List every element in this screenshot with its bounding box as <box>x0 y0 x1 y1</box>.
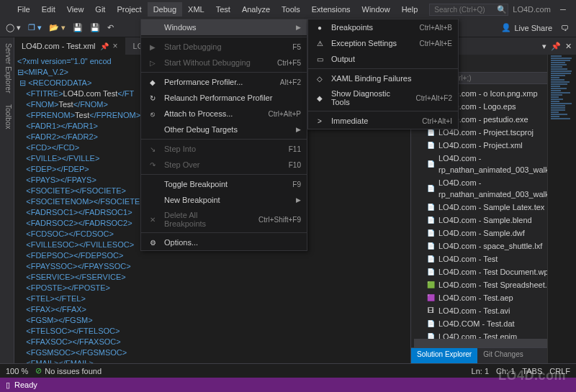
zoom-level[interactable]: 100 % <box>6 367 28 375</box>
file-name: LO4D.com - Sample.dwf <box>438 227 525 239</box>
file-icon: 📄 <box>426 202 436 212</box>
menu-analyze[interactable]: Analyze <box>236 2 276 17</box>
menu-item-new-breakpoint[interactable]: New Breakpoint ▶ <box>141 192 307 208</box>
menu-item-label: Other Debug Targets <box>164 125 290 134</box>
title-bar: FileEditViewGitProjectDebugXMLTestAnalyz… <box>0 0 576 19</box>
menu-item-step-into: ↘ Step Into F11 <box>141 141 307 157</box>
menu-item-options-[interactable]: ⚙ Options... <box>141 234 307 250</box>
menu-item-toggle-breakpoint[interactable]: Toggle Breakpoint F9 <box>141 176 307 192</box>
submenu-item-show-diagnostic-tools[interactable]: ◆ Show Diagnostic Tools Ctrl+Alt+F2 <box>308 86 458 109</box>
save-all-button[interactable]: 💾 <box>87 22 103 34</box>
tab-close-icon[interactable]: × <box>113 41 118 51</box>
file-name: LO4D.com - Test.avi <box>438 305 510 316</box>
menu-item-icon: ⚠ <box>314 40 325 47</box>
menu-item-other-debug-targets[interactable]: Other Debug Targets ▶ <box>141 122 307 137</box>
menu-help[interactable]: Help <box>396 2 424 17</box>
menu-tools[interactable]: Tools <box>276 2 306 17</box>
submenu-item-xaml-binding-failures[interactable]: ◇ XAML Binding Failures <box>308 70 458 86</box>
file-icon: 🟩 <box>426 280 436 290</box>
file-icon: 📄 <box>426 254 436 264</box>
menu-item-label: Start Without Debugging <box>164 58 257 67</box>
code-line[interactable]: <FSERVICE></FSERVICE> <box>17 272 410 283</box>
pin-icon[interactable]: 📌 <box>100 42 109 50</box>
menu-item-relaunch-performance-profiler[interactable]: ↻ Relaunch Performance Profiler <box>141 90 307 106</box>
menu-item-label: Show Diagnostic Tools <box>331 89 395 106</box>
menu-view[interactable]: View <box>61 2 90 17</box>
code-line[interactable]: <FDEPSOC></FDEPSOC> <box>17 250 410 261</box>
menu-window[interactable]: Window <box>356 2 396 17</box>
code-line[interactable]: <FMAIL></FMAIL> <box>17 358 410 363</box>
menu-item-label: New Breakpoint <box>164 196 290 204</box>
left-side-tabs: Server ExplorerToolbox <box>0 37 14 363</box>
submenu-item-immediate[interactable]: > Immediate Ctrl+Alt+I <box>308 113 458 129</box>
menu-project[interactable]: Project <box>111 2 147 17</box>
menu-item-start-without-debugging: ▷ Start Without Debugging Ctrl+F5 <box>141 55 307 70</box>
panel-dropdown-icon[interactable]: ▾ <box>542 42 546 51</box>
open-button[interactable]: 📂 ▾ <box>46 22 68 34</box>
menu-item-attach-to-process-[interactable]: ⎋ Attach to Process... Ctrl+Alt+P <box>141 106 307 122</box>
debug-menu-dropdown: Windows ▶▶ Start Debugging F5 ▷ Start Wi… <box>140 19 307 251</box>
menu-extensions[interactable]: Extensions <box>306 2 356 17</box>
menu-item-shortcut: F9 <box>292 181 301 188</box>
code-line[interactable]: <FFAXSOC></FFAXSOC> <box>17 337 410 347</box>
code-line[interactable]: <FTEL></FTEL> <box>17 293 410 304</box>
minimap[interactable] <box>547 55 576 363</box>
menu-item-label: Attach to Process... <box>164 109 248 118</box>
menu-item-icon: ◆ <box>147 78 158 86</box>
file-name: LO4D.com - Test <box>438 253 498 265</box>
panel-tab-git-changes[interactable]: Git Changes <box>477 348 529 363</box>
file-icon: 📄 <box>426 241 436 251</box>
code-line[interactable]: <FGSM></FGSM> <box>17 315 410 326</box>
new-file-button[interactable]: ❐ ▾ <box>25 22 45 34</box>
file-icon: 📄 <box>426 140 436 150</box>
issues-indicator[interactable]: ⊘ No issues found <box>35 366 102 375</box>
menu-item-label: Start Debugging <box>164 42 272 51</box>
menu-item-performance-profiler-[interactable]: ◆ Performance Profiler... Alt+F2 <box>141 74 307 90</box>
submenu-item-breakpoints[interactable]: ● Breakpoints Ctrl+Alt+B <box>308 19 458 35</box>
file-name: LO4D.com - Test.epim <box>438 331 517 339</box>
menu-item-label: Toggle Breakpoint <box>164 180 272 188</box>
code-line[interactable]: <FPAYSSOC></FPAYSSOC> <box>17 261 410 272</box>
menu-item-shortcut: Ctrl+Shift+F9 <box>258 216 301 224</box>
menu-item-shortcut: Ctrl+Alt+P <box>268 110 301 118</box>
menu-test[interactable]: Test <box>210 2 236 17</box>
code-line[interactable]: <FTELSOC></FTELSOC> <box>17 326 410 337</box>
file-name: LO4D.com - Test Document.wpd <box>438 266 553 278</box>
live-share-button[interactable]: 👤 Live Share 🗨 <box>497 22 573 34</box>
menu-edit[interactable]: Edit <box>36 2 61 17</box>
menu-item-windows[interactable]: Windows ▶ <box>141 19 307 35</box>
menu-item-label: Output <box>331 55 452 63</box>
code-line[interactable]: <FFAX></FFAX> <box>17 304 410 315</box>
live-share-icon: 👤 <box>501 23 511 32</box>
side-tab-server-explorer[interactable]: Server Explorer <box>0 37 14 99</box>
file-name: LO4D.com - space_shuttle.lxf <box>438 240 542 252</box>
code-line[interactable]: <FGSMSOC></FGSMSOC> <box>17 347 410 358</box>
save-button[interactable]: 💾 <box>70 22 86 34</box>
undo-button[interactable]: ↶ <box>104 22 117 34</box>
submenu-item-exception-settings[interactable]: ⚠ Exception Settings Ctrl+Alt+E <box>308 35 458 51</box>
side-tab-toolbox[interactable]: Toolbox <box>0 99 14 135</box>
submenu-item-output[interactable]: ▭ Output <box>308 51 458 67</box>
search-icon: 🔍 <box>497 5 507 14</box>
nav-back-button[interactable]: ◯ ▾ <box>3 22 24 34</box>
menu-item-icon: ▭ <box>314 55 325 63</box>
menu-git[interactable]: Git <box>89 2 111 17</box>
menu-item-icon: ● <box>314 24 325 32</box>
panel-close-icon[interactable]: ✕ <box>565 42 572 51</box>
code-line[interactable]: <FPOSTE></FPOSTE> <box>17 283 410 293</box>
feedback-icon[interactable]: 🗨 <box>561 24 569 32</box>
menu-xml[interactable]: XML <box>182 2 210 17</box>
line-indicator[interactable]: Ln: 1 <box>472 367 489 375</box>
menu-item-icon: ↷ <box>147 161 158 169</box>
panel-tab-solution-explorer[interactable]: Solution Explorer <box>411 348 477 363</box>
file-icon: 📄 <box>426 267 436 277</box>
editor-tab[interactable]: LO4D.com - Test.xml📌× <box>14 37 126 55</box>
menu-debug[interactable]: Debug <box>148 2 182 17</box>
menu-item-start-debugging: ▶ Start Debugging F5 <box>141 39 307 55</box>
minimize-button[interactable]: ─ <box>551 0 575 19</box>
menu-item-step-over: ↷ Step Over F10 <box>141 157 307 173</box>
menu-file[interactable]: File <box>12 2 36 17</box>
panel-pin-icon[interactable]: 📌 <box>551 42 561 51</box>
menu-item-shortcut: F11 <box>289 145 301 153</box>
menu-item-label: Step Over <box>164 160 269 169</box>
